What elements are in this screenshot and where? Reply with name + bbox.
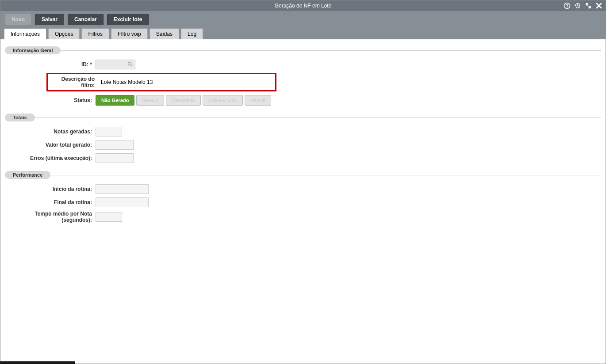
tab-informacoes[interactable]: Informações	[4, 28, 46, 39]
svg-point-2	[128, 62, 131, 65]
divider	[50, 175, 601, 175]
history-icon[interactable]	[574, 2, 582, 10]
status-cancelado[interactable]: Cancelado	[166, 95, 201, 106]
row-valor-total: Valor total gerado:	[5, 140, 601, 150]
tabbar: Informações Opções Filtros FIltro voip S…	[0, 28, 606, 39]
section-geral: Informação Geral ID: * Descrição do filt…	[5, 46, 601, 106]
row-id: ID: *	[5, 60, 601, 69]
section-performance: Performance Início da rotina: Final da r…	[5, 171, 601, 223]
status-parcial[interactable]: Parcial	[245, 95, 271, 106]
label-valor-total: Valor total gerado:	[5, 142, 96, 148]
window: Geração de NF em Lote ? Novo Salvar Canc…	[0, 0, 606, 364]
inicio-output	[96, 184, 149, 194]
legend-geral: Informação Geral	[5, 46, 61, 54]
row-descricao-highlight: Descrição do filtro:	[46, 73, 276, 91]
svg-text:?: ?	[566, 4, 568, 8]
label-descricao: Descrição do filtro:	[50, 76, 98, 88]
salvar-button[interactable]: Salvar	[35, 14, 64, 25]
divider	[61, 50, 601, 51]
tab-saidas[interactable]: Saídas	[150, 28, 179, 39]
tab-opcoes[interactable]: Opções	[48, 28, 80, 39]
content: Informação Geral ID: * Descrição do filt…	[0, 39, 606, 364]
descricao-input[interactable]	[98, 78, 272, 86]
tab-filtro-voip[interactable]: FIltro voip	[111, 28, 148, 39]
tab-filtros[interactable]: Filtros	[81, 28, 109, 39]
search-icon[interactable]	[127, 61, 133, 67]
label-id: ID: *	[5, 61, 96, 68]
status-gerado[interactable]: Gerado	[136, 95, 164, 106]
close-icon[interactable]	[595, 2, 603, 10]
cancelar-button[interactable]: Cancelar	[68, 14, 104, 25]
divider	[35, 118, 601, 118]
label-status: Status:	[5, 97, 96, 103]
novo-button[interactable]: Novo	[5, 14, 31, 25]
row-final: Final da rotina:	[5, 197, 601, 207]
status-nao-gerado[interactable]: Não Gerado	[96, 95, 134, 106]
expand-icon[interactable]	[584, 2, 592, 10]
tab-log[interactable]: Log	[181, 28, 203, 39]
final-output	[96, 197, 149, 207]
legend-totais: Totais	[5, 114, 35, 121]
toolbar: Novo Salvar Cancelar Excluir lote	[0, 11, 606, 28]
titlebar-actions: ?	[563, 0, 603, 11]
label-notas-geradas: Notas geradas:	[5, 129, 96, 135]
status-group: Não Gerado Gerado Cancelado Lote excluíd…	[96, 95, 271, 106]
status-lote-excluido[interactable]: Lote excluído	[203, 95, 243, 106]
footer-strip	[0, 361, 75, 364]
label-erros: Erros (última execução):	[5, 155, 96, 161]
row-erros: Erros (última execução):	[5, 153, 601, 163]
help-icon[interactable]: ?	[563, 2, 571, 10]
legend-performance: Performance	[5, 171, 50, 179]
row-tempo-medio: Tempo médio por Nota (segundos):	[5, 211, 601, 223]
label-tempo-medio: Tempo médio por Nota (segundos):	[5, 211, 96, 223]
section-totais: Totais Notas geradas: Valor total gerado…	[5, 114, 601, 163]
row-status: Status: Não Gerado Gerado Cancelado Lote…	[5, 95, 601, 106]
erros-output	[96, 153, 134, 163]
window-title: Geração de NF em Lote	[275, 3, 332, 9]
label-inicio: Início da rotina:	[5, 186, 96, 192]
id-input-wrap	[96, 60, 135, 69]
titlebar: Geração de NF em Lote ?	[0, 0, 606, 11]
row-inicio: Início da rotina:	[5, 184, 601, 194]
tempo-medio-output	[96, 212, 122, 222]
row-notas-geradas: Notas geradas:	[5, 127, 601, 136]
notas-geradas-output	[96, 127, 122, 136]
valor-total-output	[96, 140, 134, 150]
label-final: Final da rotina:	[5, 199, 96, 205]
excluir-lote-button[interactable]: Excluir lote	[107, 14, 149, 25]
